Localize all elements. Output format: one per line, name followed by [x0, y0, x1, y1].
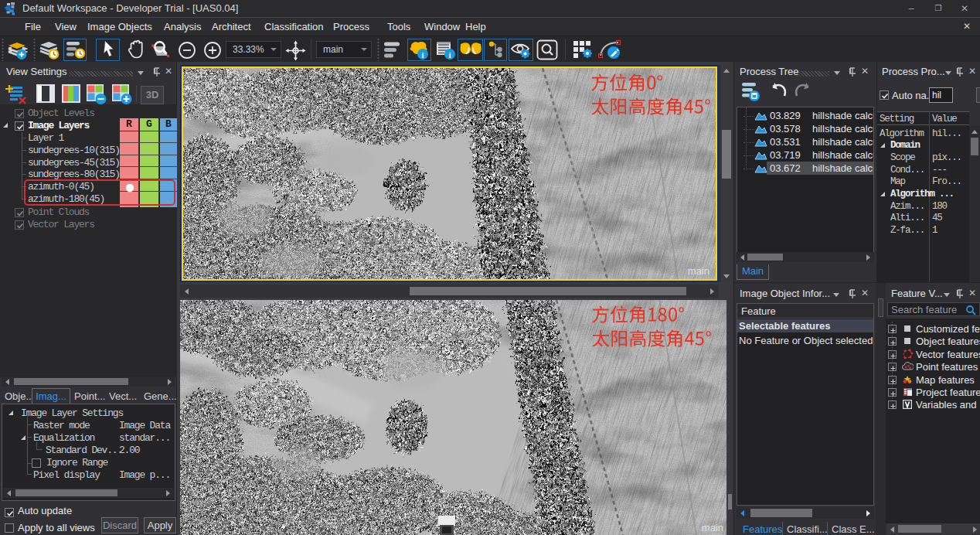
svg-text:i: i — [421, 50, 424, 60]
svg-text:i: i — [448, 50, 451, 60]
